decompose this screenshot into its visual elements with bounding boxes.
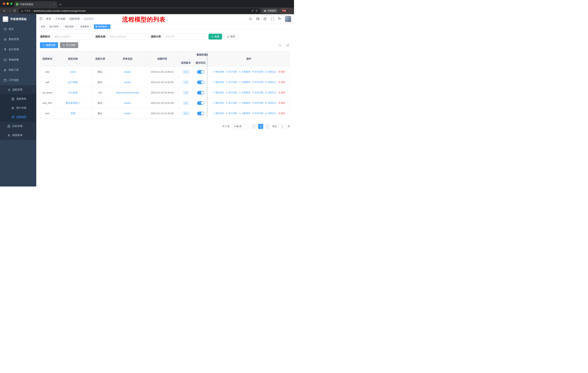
modify-process-link[interactable]: 修改流程 <box>212 101 224 105</box>
publish-process-link[interactable]: 发布流程 <box>252 81 263 84</box>
sidebar-item-home[interactable]: 首页 <box>0 24 36 34</box>
process-name-link[interactable]: 自己审批 <box>68 81 78 84</box>
help-icon[interactable] <box>262 16 268 22</box>
create-process-button[interactable]: 新建流程 <box>40 42 58 48</box>
design-process-link[interactable]: 设计流程 <box>226 91 237 94</box>
modify-process-link[interactable]: 修改流程 <box>212 70 224 73</box>
modify-process-link[interactable]: 修改流程 <box>212 81 224 84</box>
process-definition-link[interactable]: 流程定义 <box>265 112 276 115</box>
font-size-icon[interactable]: TT <box>277 16 282 22</box>
search-icon[interactable] <box>248 16 253 22</box>
sidebar-item-system[interactable]: 系统管理 <box>0 34 36 44</box>
process-name-link[interactable]: 滔博 <box>71 112 75 115</box>
address-bar[interactable]: 不安全 dashboard.yudao.iocoder.cn/bpm/manag… <box>19 8 260 13</box>
sidebar-item-devtools[interactable]: 研发工具 <box>0 65 36 75</box>
tab-close-icon[interactable]: × <box>53 3 55 6</box>
sidebar-item-leave-query[interactable]: 请假查询 <box>0 131 36 140</box>
refresh-table-button[interactable] <box>285 42 290 48</box>
breadcrumb-item[interactable]: 首页 <box>46 17 51 20</box>
new-tab-button[interactable]: + <box>59 3 62 6</box>
prev-page-button[interactable] <box>252 124 257 129</box>
breadcrumb-item[interactable]: 流程管理 <box>69 17 80 20</box>
tag-close-icon[interactable]: × <box>59 26 61 28</box>
assign-rule-link[interactable]: 分配规则 <box>239 101 250 105</box>
password-key-icon[interactable] <box>251 9 254 13</box>
version-badge[interactable]: v2 <box>183 81 189 84</box>
reset-button[interactable]: 重置 <box>224 34 238 40</box>
category-select[interactable]: 流程分类 <box>163 34 206 40</box>
tag-my-process[interactable]: 我的流程 × <box>63 24 77 29</box>
delete-link[interactable]: 删除 <box>278 112 285 115</box>
security-indicator[interactable]: 不安全 <box>21 9 31 12</box>
form-info-link[interactable]: biubiu <box>124 112 131 115</box>
app-logo-row[interactable]: 芋道管理系统 <box>0 14 36 24</box>
design-process-link[interactable]: 设计流程 <box>226 70 237 73</box>
next-page-button[interactable] <box>265 124 270 129</box>
assign-rule-link[interactable]: 分配规则 <box>239 91 250 94</box>
sidebar-item-process-mgmt[interactable]: 流程管理 <box>0 85 36 94</box>
process-name-input[interactable] <box>107 34 148 40</box>
process-id-input[interactable] <box>52 34 93 40</box>
user-avatar[interactable] <box>285 16 291 22</box>
tag-tenant[interactable]: 租户管理 × <box>48 24 62 29</box>
sidebar-item-user-group[interactable]: 用户分组 <box>0 103 36 112</box>
fullscreen-icon[interactable] <box>270 16 275 22</box>
publish-process-link[interactable]: 发布流程 <box>252 91 263 94</box>
assign-rule-link[interactable]: 分配规则 <box>239 81 250 84</box>
form-info-link[interactable]: biubiu <box>124 81 131 84</box>
tag-process-model[interactable]: 流程模型 × <box>94 24 110 29</box>
version-badge[interactable]: v17 <box>182 70 189 74</box>
delete-link[interactable]: 删除 <box>278 101 285 105</box>
sidebar-item-workflow[interactable]: 工作流程 <box>0 75 36 85</box>
modify-process-link[interactable]: 修改流程 <box>212 112 224 115</box>
sidebar-item-process-model[interactable]: 流程模型 <box>0 112 36 122</box>
sidebar-item-payment[interactable]: ¥ 支付管理 <box>0 44 36 55</box>
tag-close-icon[interactable]: × <box>74 26 76 28</box>
design-process-link[interactable]: 设计流程 <box>226 101 237 105</box>
tag-home[interactable]: 首页 <box>39 24 47 29</box>
minimize-window-button[interactable] <box>7 2 9 5</box>
version-badge[interactable]: v5 <box>183 91 189 94</box>
active-toggle[interactable] <box>197 81 204 84</box>
assign-rule-link[interactable]: 分配规则 <box>239 112 250 115</box>
active-toggle[interactable] <box>197 101 204 105</box>
browser-forward-button[interactable] <box>7 8 12 13</box>
page-number-button[interactable]: 1 <box>258 124 263 129</box>
sidebar-toggle-icon[interactable] <box>39 17 43 21</box>
sidebar-item-infra[interactable]: 基础设施 <box>0 55 36 65</box>
active-toggle[interactable] <box>197 112 204 115</box>
browser-tab[interactable]: 芋道管理系统 × <box>14 1 57 8</box>
close-window-button[interactable] <box>3 2 5 5</box>
design-process-link[interactable]: 设计流程 <box>226 112 237 115</box>
tag-process-form[interactable]: 流程表单 × <box>79 24 93 29</box>
bookmark-star-icon[interactable] <box>255 9 258 13</box>
process-definition-link[interactable]: 流程定义 <box>265 91 276 94</box>
modify-process-link[interactable]: 修改流程 <box>212 91 224 94</box>
sidebar-item-task-mgmt[interactable]: 任务管理 <box>0 122 36 131</box>
import-process-button[interactable]: 导入流程 <box>60 42 78 48</box>
browser-menu-icon[interactable]: ⋮ <box>288 10 290 12</box>
delete-link[interactable]: 删除 <box>278 81 285 84</box>
version-badge[interactable]: v4 <box>183 101 189 105</box>
sidebar-item-process-form[interactable]: 流程表单 <box>0 94 36 103</box>
breadcrumb-item[interactable]: 工作流程 <box>55 17 65 20</box>
version-badge[interactable]: v21 <box>182 112 189 115</box>
publish-process-link[interactable]: 发布流程 <box>252 101 263 105</box>
form-info-link[interactable]: biubiu <box>124 102 131 104</box>
browser-update-button[interactable]: 更新 ⋮ <box>280 9 292 13</box>
active-toggle[interactable] <box>197 70 204 74</box>
publish-process-link[interactable]: 发布流程 <box>252 70 263 73</box>
publish-process-link[interactable]: 发布流程 <box>252 112 263 115</box>
goto-page-input[interactable] <box>279 124 286 129</box>
toggle-search-button[interactable] <box>277 42 283 48</box>
process-definition-link[interactable]: 流程定义 <box>265 70 276 73</box>
form-info-link[interactable]: biubiu <box>124 71 131 73</box>
github-icon[interactable] <box>255 16 261 22</box>
form-info-link[interactable]: /bpm/oa/leave/create <box>116 91 139 94</box>
process-name-link[interactable]: 测试多审批人 <box>66 102 80 104</box>
delete-link[interactable]: 删除 <box>278 91 285 94</box>
browser-reload-button[interactable] <box>12 8 17 13</box>
process-name-link[interactable]: OA 请假 <box>68 91 77 94</box>
maximize-window-button[interactable] <box>10 2 12 5</box>
search-button[interactable]: 搜索 <box>209 34 222 40</box>
